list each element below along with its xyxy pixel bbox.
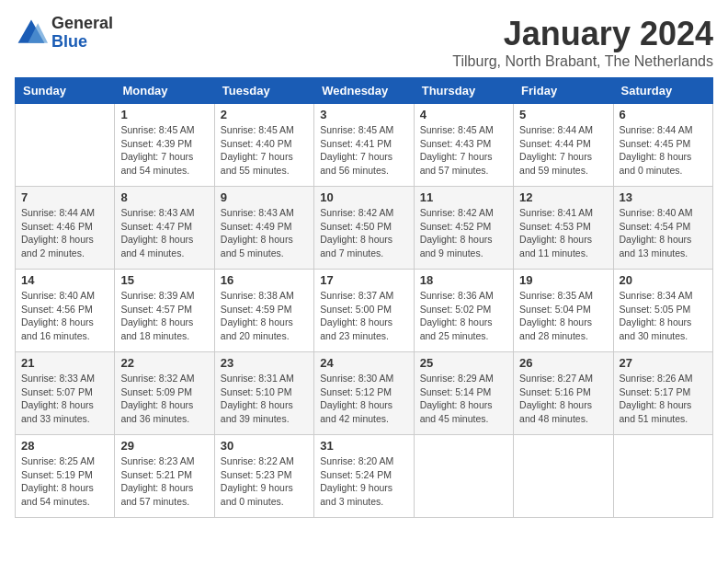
day-cell-4-0: 28Sunrise: 8:25 AMSunset: 5:19 PMDayligh… — [16, 435, 115, 518]
day-number-5: 5 — [519, 108, 607, 121]
sunset-5: Sunset: 4:44 PM — [519, 137, 607, 151]
daylight-20: Daylight: 8 hours and 30 minutes. — [620, 316, 707, 342]
day-cell-2-1: 15Sunrise: 8:39 AMSunset: 4:57 PMDayligh… — [115, 270, 214, 352]
daylight-16: Daylight: 8 hours and 20 minutes. — [221, 316, 308, 342]
daylight-6: Daylight: 8 hours and 0 minutes. — [620, 150, 707, 177]
day-number-14: 14 — [21, 273, 108, 287]
day-cell-0-6: 6Sunrise: 8:44 AMSunset: 4:45 PMDaylight… — [613, 104, 712, 187]
day-cell-2-0: 14Sunrise: 8:40 AMSunset: 4:56 PMDayligh… — [16, 270, 115, 352]
day-info-7: Sunrise: 8:44 AMSunset: 4:46 PMDaylight:… — [21, 206, 108, 260]
sunset-29: Sunset: 5:21 PM — [120, 468, 208, 482]
sunrise-29: Sunrise: 8:23 AM — [120, 454, 208, 468]
daylight-29: Daylight: 8 hours and 57 minutes. — [120, 481, 208, 508]
day-info-19: Sunrise: 8:35 AMSunset: 5:04 PMDaylight:… — [519, 289, 607, 343]
sunrise-9: Sunrise: 8:43 AM — [221, 206, 308, 220]
day-info-15: Sunrise: 8:39 AMSunset: 4:57 PMDaylight:… — [120, 289, 208, 343]
daylight-27: Daylight: 8 hours and 51 minutes. — [620, 398, 707, 425]
sunset-4: Sunset: 4:43 PM — [420, 137, 507, 151]
title-area: January 2024 Tilburg, North Brabant, The… — [452, 15, 713, 70]
daylight-15: Daylight: 8 hours and 18 minutes. — [120, 316, 208, 342]
daylight-1: Daylight: 7 hours and 54 minutes. — [120, 150, 208, 177]
sunrise-14: Sunrise: 8:40 AM — [21, 289, 108, 303]
calendar: Sunday Monday Tuesday Wednesday Thursday… — [15, 77, 713, 518]
sunrise-11: Sunrise: 8:42 AM — [420, 206, 507, 220]
sunrise-23: Sunrise: 8:31 AM — [221, 372, 308, 385]
sunrise-15: Sunrise: 8:39 AM — [120, 289, 208, 303]
sunset-24: Sunset: 5:12 PM — [320, 385, 407, 399]
day-info-14: Sunrise: 8:40 AMSunset: 4:56 PMDaylight:… — [21, 289, 108, 343]
sunset-1: Sunset: 4:39 PM — [120, 137, 208, 151]
sunrise-18: Sunrise: 8:36 AM — [420, 289, 507, 303]
daylight-17: Daylight: 8 hours and 23 minutes. — [320, 316, 407, 342]
header-thursday: Thursday — [414, 78, 513, 104]
daylight-7: Daylight: 8 hours and 2 minutes. — [21, 233, 108, 259]
day-cell-3-3: 24Sunrise: 8:30 AMSunset: 5:12 PMDayligh… — [314, 352, 414, 435]
day-info-8: Sunrise: 8:43 AMSunset: 4:47 PMDaylight:… — [120, 206, 208, 260]
sunrise-17: Sunrise: 8:37 AM — [320, 289, 407, 303]
sunrise-30: Sunrise: 8:22 AM — [221, 454, 308, 468]
day-number-26: 26 — [519, 356, 607, 370]
day-number-18: 18 — [420, 273, 507, 287]
daylight-30: Daylight: 9 hours and 0 minutes. — [221, 481, 308, 508]
day-cell-1-2: 9Sunrise: 8:43 AMSunset: 4:49 PMDaylight… — [214, 187, 313, 270]
day-info-5: Sunrise: 8:44 AMSunset: 4:44 PMDaylight:… — [519, 123, 607, 178]
day-cell-0-0 — [16, 104, 115, 187]
sunrise-28: Sunrise: 8:25 AM — [21, 454, 108, 468]
day-number-11: 11 — [420, 190, 507, 204]
daylight-26: Daylight: 8 hours and 48 minutes. — [519, 398, 607, 425]
day-info-24: Sunrise: 8:30 AMSunset: 5:12 PMDaylight:… — [320, 372, 407, 426]
day-number-19: 19 — [519, 273, 607, 287]
day-number-17: 17 — [320, 273, 407, 287]
day-number-9: 9 — [221, 190, 308, 204]
day-info-1: Sunrise: 8:45 AMSunset: 4:39 PMDaylight:… — [120, 123, 208, 178]
day-number-22: 22 — [120, 356, 208, 370]
day-info-13: Sunrise: 8:40 AMSunset: 4:54 PMDaylight:… — [620, 206, 707, 260]
day-cell-3-2: 23Sunrise: 8:31 AMSunset: 5:10 PMDayligh… — [214, 352, 313, 435]
day-info-18: Sunrise: 8:36 AMSunset: 5:02 PMDaylight:… — [420, 289, 507, 343]
logo-icon — [15, 17, 48, 50]
day-info-23: Sunrise: 8:31 AMSunset: 5:10 PMDaylight:… — [221, 372, 308, 426]
header: General Blue January 2024 Tilburg, North… — [15, 15, 713, 70]
day-info-10: Sunrise: 8:42 AMSunset: 4:50 PMDaylight:… — [320, 206, 407, 260]
sunset-3: Sunset: 4:41 PM — [320, 137, 407, 151]
day-cell-1-5: 12Sunrise: 8:41 AMSunset: 4:53 PMDayligh… — [514, 187, 613, 270]
day-cell-2-2: 16Sunrise: 8:38 AMSunset: 4:59 PMDayligh… — [214, 270, 313, 352]
day-cell-2-6: 20Sunrise: 8:34 AMSunset: 5:05 PMDayligh… — [613, 270, 712, 352]
week-row-1: 7Sunrise: 8:44 AMSunset: 4:46 PMDaylight… — [16, 187, 713, 270]
daylight-23: Daylight: 8 hours and 39 minutes. — [221, 398, 308, 425]
day-info-28: Sunrise: 8:25 AMSunset: 5:19 PMDaylight:… — [21, 454, 108, 509]
day-cell-2-4: 18Sunrise: 8:36 AMSunset: 5:02 PMDayligh… — [414, 270, 513, 352]
day-info-26: Sunrise: 8:27 AMSunset: 5:16 PMDaylight:… — [519, 372, 607, 426]
daylight-10: Daylight: 8 hours and 7 minutes. — [320, 233, 407, 259]
daylight-3: Daylight: 7 hours and 56 minutes. — [320, 150, 407, 177]
sunset-14: Sunset: 4:56 PM — [21, 303, 108, 316]
sunset-18: Sunset: 5:02 PM — [420, 303, 507, 316]
day-cell-3-6: 27Sunrise: 8:26 AMSunset: 5:17 PMDayligh… — [613, 352, 712, 435]
daylight-25: Daylight: 8 hours and 45 minutes. — [420, 398, 507, 425]
sunset-28: Sunset: 5:19 PM — [21, 468, 108, 482]
day-number-12: 12 — [519, 190, 607, 204]
daylight-14: Daylight: 8 hours and 16 minutes. — [21, 316, 108, 342]
day-info-16: Sunrise: 8:38 AMSunset: 4:59 PMDaylight:… — [221, 289, 308, 343]
sunset-25: Sunset: 5:14 PM — [420, 385, 507, 399]
day-number-8: 8 — [120, 190, 208, 204]
sunset-17: Sunset: 5:00 PM — [320, 303, 407, 316]
sunset-22: Sunset: 5:09 PM — [120, 385, 208, 399]
week-row-4: 28Sunrise: 8:25 AMSunset: 5:19 PMDayligh… — [16, 435, 713, 518]
sunrise-26: Sunrise: 8:27 AM — [519, 372, 607, 385]
day-cell-3-5: 26Sunrise: 8:27 AMSunset: 5:16 PMDayligh… — [514, 352, 613, 435]
day-info-20: Sunrise: 8:34 AMSunset: 5:05 PMDaylight:… — [620, 289, 707, 343]
day-cell-1-6: 13Sunrise: 8:40 AMSunset: 4:54 PMDayligh… — [613, 187, 712, 270]
sunset-8: Sunset: 4:47 PM — [120, 220, 208, 234]
daylight-22: Daylight: 8 hours and 36 minutes. — [120, 398, 208, 425]
sunrise-22: Sunrise: 8:32 AM — [120, 372, 208, 385]
sunrise-24: Sunrise: 8:30 AM — [320, 372, 407, 385]
sunset-26: Sunset: 5:16 PM — [519, 385, 607, 399]
sunset-30: Sunset: 5:23 PM — [221, 468, 308, 482]
day-number-1: 1 — [120, 108, 208, 121]
calendar-header-row: Sunday Monday Tuesday Wednesday Thursday… — [16, 78, 713, 104]
day-cell-4-4 — [414, 435, 513, 518]
day-cell-0-3: 3Sunrise: 8:45 AMSunset: 4:41 PMDaylight… — [314, 104, 414, 187]
location-title: Tilburg, North Brabant, The Netherlands — [452, 53, 713, 70]
sunrise-1: Sunrise: 8:45 AM — [120, 123, 208, 137]
